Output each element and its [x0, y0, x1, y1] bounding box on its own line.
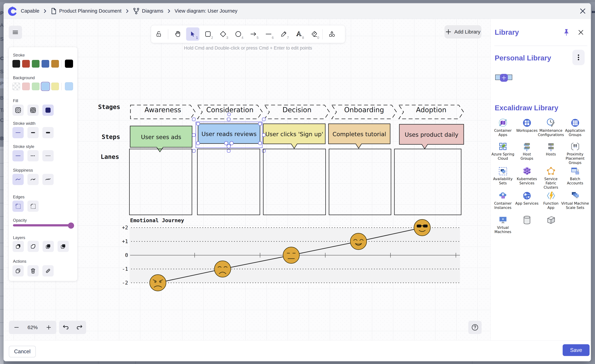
text-tool[interactable]: A8 [292, 28, 305, 41]
help-button[interactable] [468, 321, 482, 334]
emoji-face-happy[interactable] [350, 233, 367, 250]
selection-tool[interactable]: 1 [186, 28, 199, 41]
selection-handle[interactable] [196, 122, 200, 126]
selection-handle[interactable] [224, 141, 228, 145]
selection-handle[interactable] [262, 118, 265, 121]
breadcrumb-document[interactable]: Product Planning Document [59, 8, 121, 14]
emoji-face-cool[interactable] [414, 219, 430, 236]
delete-button[interactable] [28, 265, 39, 276]
library-item-vm-scale-sets[interactable]: Virtual MachineScale Sets [561, 191, 589, 210]
zoom-level[interactable]: 62% [24, 324, 41, 330]
stroke-style-dotted-button[interactable] [42, 150, 54, 161]
library-item-batch-accounts[interactable]: BatchAccounts [561, 166, 589, 185]
menu-button[interactable] [9, 26, 22, 39]
selection-handle[interactable] [227, 149, 230, 152]
breadcrumb-diagrams[interactable]: Diagrams [142, 8, 163, 14]
stages-row-label: Stages [98, 103, 120, 110]
background-color-swatch[interactable] [42, 83, 49, 90]
backdrop-table-line [98, 361, 99, 364]
library-item-proximity-placement-groups[interactable]: ProximityPlacementGroups [561, 142, 589, 165]
line-tool[interactable]: 6 [262, 28, 275, 41]
edges-round-button[interactable] [28, 201, 39, 212]
hand-tool[interactable] [171, 28, 184, 41]
background-color-swatch[interactable] [12, 83, 20, 90]
selection-handle[interactable] [262, 133, 265, 137]
breadcrumb-capable[interactable]: Capable [21, 8, 39, 14]
stroke-color-swatch[interactable] [22, 60, 30, 68]
pin-icon[interactable] [563, 29, 569, 37]
backdrop-row-line [0, 269, 4, 270]
save-button[interactable]: Save [563, 344, 589, 356]
stroke-width-thin-button[interactable] [12, 127, 24, 138]
redo-button[interactable] [76, 324, 83, 331]
emoji-face-angry[interactable] [150, 275, 166, 291]
ellipse-tool[interactable]: 4 [232, 28, 245, 41]
backdrop-row-line [0, 256, 4, 256]
bring-to-front-button[interactable] [57, 241, 69, 252]
selection-handle[interactable] [227, 113, 231, 116]
draw-tool[interactable]: 7 [277, 28, 290, 41]
stroke-style-dashed-button[interactable] [28, 150, 39, 161]
stroke-color-swatch[interactable] [42, 60, 49, 68]
selection-handle[interactable] [262, 149, 265, 152]
current-background-color[interactable] [65, 82, 73, 91]
library-item-cube[interactable] [536, 215, 565, 225]
background-color-swatch[interactable] [22, 83, 30, 90]
background-color-swatch[interactable] [51, 83, 59, 90]
stroke-color-swatch[interactable] [51, 60, 59, 68]
arrow-tool[interactable]: 5 [247, 28, 260, 41]
stroke-color-swatch[interactable] [12, 60, 20, 68]
lock-tool[interactable] [152, 28, 165, 41]
fill-crosshatch-button[interactable] [28, 105, 39, 116]
diamond-tool[interactable]: 3 [216, 28, 230, 41]
personal-library-menu-button[interactable] [572, 50, 585, 65]
add-item-to-canvas-button[interactable] [500, 74, 508, 82]
library-close-icon[interactable] [578, 29, 584, 36]
background-color-swatch[interactable] [32, 83, 40, 90]
eraser-tool[interactable]: 0 [307, 28, 321, 41]
link-button[interactable] [42, 265, 54, 276]
sloppiness-cartoonist-button[interactable] [42, 174, 54, 185]
zoom-out-button[interactable] [9, 321, 24, 334]
stage-label: Consideration [206, 106, 253, 114]
library-item-application-groups[interactable]: ApplicationGroups [561, 118, 589, 137]
selection-handle[interactable] [192, 149, 195, 152]
opacity-slider-thumb[interactable] [68, 223, 74, 229]
selection-handle[interactable] [196, 141, 200, 145]
divider [61, 60, 62, 68]
sloppiness-artist-button[interactable] [28, 174, 39, 185]
fill-hachure-button[interactable] [12, 105, 24, 116]
diagram-canvas[interactable]: StagesStepsLanesAwarenessConsiderationDe… [4, 19, 491, 340]
selection-handle[interactable] [192, 133, 195, 137]
add-library-button[interactable]: Add Library [445, 25, 482, 38]
stroke-width-bold-button[interactable] [28, 127, 39, 138]
rectangle-tool[interactable]: 2 [201, 28, 215, 41]
current-stroke-color[interactable] [65, 60, 73, 68]
stroke-color-swatch[interactable] [32, 60, 40, 68]
capable-logo-icon[interactable] [8, 6, 17, 16]
sloppiness-architect-button[interactable] [12, 174, 24, 185]
emoji-face-neutral[interactable] [283, 247, 299, 263]
send-backward-button[interactable] [28, 241, 39, 252]
opacity-slider[interactable] [13, 224, 73, 226]
send-to-back-button[interactable] [13, 241, 24, 252]
emoji-face-sad[interactable] [214, 261, 231, 277]
zoom-in-button[interactable] [41, 321, 56, 334]
fill-solid-button[interactable] [42, 105, 54, 116]
modal-close-button[interactable] [579, 7, 587, 15]
edges-sharp-button[interactable] [12, 201, 24, 212]
selection-handle[interactable] [192, 118, 195, 121]
stroke-width-extrabold-button[interactable] [42, 127, 54, 138]
divider [494, 46, 587, 46]
selection-handle[interactable] [258, 122, 262, 126]
bring-forward-button[interactable] [42, 241, 54, 252]
duplicate-button[interactable] [12, 265, 24, 276]
cancel-button[interactable]: Cancel [9, 346, 36, 357]
selection-handle[interactable] [230, 141, 234, 145]
shapes-tool[interactable] [325, 28, 339, 41]
selection-handle[interactable] [227, 118, 230, 121]
selection-handle[interactable] [258, 141, 262, 145]
selection-handle[interactable] [227, 145, 231, 148]
undo-button[interactable] [62, 324, 70, 331]
stroke-style-solid-button[interactable] [12, 150, 24, 161]
